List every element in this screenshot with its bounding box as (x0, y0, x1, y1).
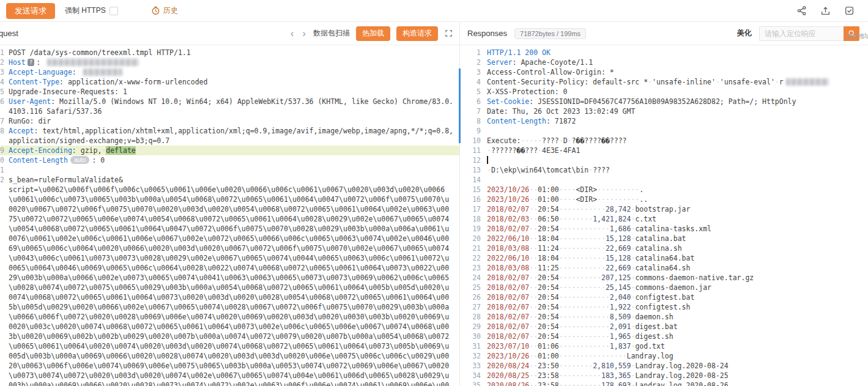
line-content: 2018/02/07··20:54··········207,125·commo… (487, 273, 754, 283)
line-number: 30 (460, 332, 481, 341)
build-request-button[interactable]: 构造请求 (396, 26, 438, 41)
code-line: 2s_bean=ruleFormulaValidate& (0, 175, 459, 185)
force-https-toggle[interactable]: 强制 HTTPS (65, 6, 118, 16)
line-number: 4 (0, 77, 5, 87)
code-segment: ·········· (559, 273, 601, 282)
request-panel-header: quest ‹ › 数据包扫描 热加载 构造请求 (0, 22, 460, 45)
code-line: 272018/02/07··20:54············1,922·con… (460, 302, 868, 312)
line-number: 26 (460, 292, 481, 302)
code-segment: ·········· (597, 195, 639, 204)
code-line: 9Accept-Encoding: gzip,·deflate (0, 146, 459, 155)
code-segment: ·· (529, 303, 538, 311)
beautify-button[interactable]: 美化 (737, 28, 752, 39)
code-segment: 23:58 (538, 371, 559, 380)
line-content: 2018/02/07··20:54············1,965·diges… (487, 332, 673, 341)
code-segment: ·· (529, 205, 538, 213)
code-segment: ??????��??? (491, 146, 538, 155)
code-line: 5X-XSS-Protection: 0 (460, 87, 868, 97)
code-segment: configtest.bat (635, 293, 694, 302)
code-segment: ················ (559, 352, 627, 360)
edit-check-icon[interactable] (844, 6, 855, 16)
response-search-input[interactable] (759, 26, 844, 41)
code-segment: 2,040 (610, 293, 631, 302)
line-number: 5 (460, 87, 481, 97)
code-segment: 1,686 (610, 225, 631, 233)
line-content: 2018/02/07··20:54···········28,742·boots… (487, 204, 690, 214)
panel-headers: quest ‹ › 数据包扫描 热加载 构造请求 Responses 71872… (0, 22, 868, 45)
code-segment: ·· (529, 244, 538, 253)
response-editor[interactable]: 1HTTP/1.1 200 OK2Server: Apache-Coyote/1… (460, 45, 868, 386)
line-number: 5 (0, 87, 5, 97)
line-number: 2 (0, 58, 5, 67)
request-editor[interactable]: 1POST /data/sys-common/treexml.tmpl HTTP… (0, 45, 460, 386)
packet-scan-button[interactable]: 数据包扫描 (313, 28, 350, 39)
code-line: 3Accept-Language: (0, 67, 459, 77)
code-segment: ····· (521, 136, 542, 145)
line-number: 6 (460, 97, 481, 106)
tab-responses[interactable]: Responses (467, 29, 507, 38)
code-segment: Content-Length (9, 156, 68, 165)
line-number: 1 (460, 48, 481, 58)
code-segment: deflate (106, 146, 135, 155)
code-line: 222022/06/10··18:04···········15,128·cat… (460, 253, 868, 263)
send-request-button[interactable]: 发送请求 (6, 3, 55, 19)
line-content: s_bean=ruleFormulaValidate& (9, 175, 123, 185)
code-segment: 11:25 (538, 264, 559, 272)
line-content: 2018/02/07··20:54············1,686·catal… (487, 224, 711, 234)
code-segment: · (716, 78, 720, 86)
share-icon[interactable] (796, 6, 807, 16)
code-segment: : 71872 (546, 117, 576, 125)
response-stats-badge: 71872bytes / 199ms (514, 28, 586, 39)
code-segment: : (36, 58, 45, 67)
response-search-box (759, 26, 859, 41)
code-segment: X-XSS-Protection: 0 (487, 87, 568, 96)
toolbar-right-icons (796, 6, 862, 16)
splitter-accent[interactable] (459, 69, 461, 143)
response-lines: 1HTTP/1.1 200 OK2Server: Apache-Coyote/1… (460, 48, 868, 386)
code-segment: 20:54 (538, 293, 559, 302)
code-segment: Execute: (487, 136, 521, 145)
code-line: 202022/06/10··18:04···········15,128·cat… (460, 234, 868, 243)
tab-request[interactable]: quest (0, 29, 18, 38)
hot-reload-button[interactable]: 热加载 (356, 26, 390, 41)
code-segment: ·· (529, 313, 538, 321)
code-segment: ???? (542, 136, 559, 145)
line-number: 1 (0, 48, 5, 58)
code-segment: 1,922 (610, 303, 631, 311)
code-segment: Accept-Language (9, 68, 72, 76)
code-line: 262018/02/07··20:54············2,040·con… (460, 292, 868, 302)
code-segment: Accept (9, 127, 34, 135)
code-segment: 2018/02/07 (487, 293, 529, 302)
code-segment: ·· (529, 283, 538, 292)
fullscreen-icon[interactable] (444, 29, 453, 38)
line-content: 2022/06/10··18:04···········15,128·catal… (487, 234, 686, 243)
code-line: 292018/02/07··20:54············2,091·dig… (460, 322, 868, 332)
line-content: X-XSS-Protection: 0 (487, 87, 568, 97)
code-line: 1 (0, 165, 459, 175)
code-segment: 28,742 (606, 205, 631, 213)
chevron-left-icon[interactable]: ‹ (289, 28, 295, 39)
chevron-right-icon[interactable]: › (301, 28, 307, 39)
export-icon[interactable] (820, 6, 831, 16)
code-segment: ·· (529, 264, 538, 272)
code-line: 6Set-Cookie: JSESSIONID=DF04567C47756A10… (460, 97, 868, 106)
code-segment: 2018/02/07 (487, 303, 529, 311)
code-segment: ·· (529, 185, 538, 194)
line-number: 14 (460, 175, 481, 185)
code-segment: 20:54 (538, 205, 559, 213)
remote-address: 远程地址:120.19 (846, 32, 868, 40)
code-line: 7RunGo: dir (0, 116, 459, 126)
code-line: 10Execute:·····????·D·?��????��???? (460, 136, 868, 146)
code-segment: 20:54 (538, 322, 559, 331)
code-segment: Landray.log.2020-08-24 (635, 362, 728, 370)
code-line: 232018/03/08··11:25···········22,669·cat… (460, 263, 868, 273)
code-segment: · (559, 136, 563, 145)
line-number: 12 (460, 155, 481, 165)
code-line: 4Content-Security-Policy: default-src *·… (460, 77, 868, 87)
history-button[interactable]: 历史 (151, 6, 178, 16)
line-number: 8 (460, 116, 481, 126)
line-content: 2023/10/26··01:00····<DIR>··········.. (487, 195, 648, 204)
force-https-checkbox[interactable] (109, 7, 118, 15)
line-number: 7 (460, 106, 481, 116)
line-content: 2018/02/03··06:50········1,421,824·c.txt (487, 214, 656, 224)
